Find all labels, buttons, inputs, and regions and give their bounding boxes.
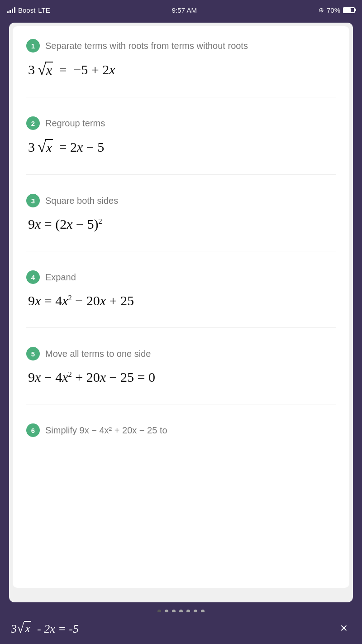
step-1: 1 Separate terms with roots from terms w… <box>26 39 336 78</box>
step-5-badge: 5 <box>26 347 40 360</box>
step-6-label: Simplify 9x − 4x² + 20x − 25 to <box>45 425 167 436</box>
step-1-header: 1 Separate terms with roots from terms w… <box>26 39 336 53</box>
step-4-header: 4 Expand <box>26 270 336 284</box>
step-3-badge: 3 <box>26 194 40 207</box>
time-label: 9:57 AM <box>172 6 197 14</box>
bottom-equation: 3 √ x - 2x = -5 <box>11 620 79 636</box>
step-2-math: 3 √ x = 2x − 5 <box>26 139 336 155</box>
step-1-label: Separate terms with roots from terms wit… <box>45 41 248 51</box>
step-5-label: Move all terms to one side <box>45 349 151 359</box>
step-4: 4 Expand 9x = 4x2 − 20x + 25 <box>26 270 336 308</box>
close-button[interactable]: × <box>337 617 351 639</box>
step-1-badge: 1 <box>26 39 40 53</box>
radical-x-2: √ x <box>38 139 53 155</box>
battery-percent: 70% <box>327 6 340 14</box>
signal-icon <box>7 7 15 13</box>
step-1-math: 3 √ x = −5 + 2x <box>26 62 336 78</box>
status-right: ⊕ 70% <box>319 6 355 14</box>
battery-icon <box>343 7 355 13</box>
step-4-badge: 4 <box>26 270 40 284</box>
status-bar: Boost LTE 9:57 AM ⊕ 70% <box>0 0 362 20</box>
step-4-math: 9x = 4x2 − 20x + 25 <box>26 293 336 308</box>
step-6-partial: 6 Simplify 9x − 4x² + 20x − 25 to <box>26 423 336 437</box>
location-icon: ⊕ <box>319 6 324 14</box>
step-3-header: 3 Square both sides <box>26 194 336 207</box>
status-left: Boost LTE <box>7 6 50 14</box>
solution-card: 1 Separate terms with roots from terms w… <box>13 26 349 588</box>
step-2-badge: 2 <box>26 116 40 130</box>
bottom-bar: 3 √ x - 2x = -5 × <box>0 612 362 644</box>
step-2-label: Regroup terms <box>45 118 105 129</box>
step-3: 3 Square both sides 9x = (2x − 5)2 <box>26 194 336 232</box>
step-3-math: 9x = (2x − 5)2 <box>26 216 336 232</box>
main-content: 1 Separate terms with roots from terms w… <box>9 23 353 602</box>
carrier-label: Boost <box>18 6 35 14</box>
step-2-header: 2 Regroup terms <box>26 116 336 130</box>
network-label: LTE <box>38 6 50 14</box>
step-6-badge: 6 <box>26 423 40 437</box>
step-3-label: Square both sides <box>45 196 118 206</box>
step-5-header: 5 Move all terms to one side <box>26 347 336 360</box>
step-5: 5 Move all terms to one side 9x − 4x2 + … <box>26 347 336 385</box>
step-2: 2 Regroup terms 3 √ x = 2x − 5 <box>26 116 336 155</box>
step-5-math: 9x − 4x2 + 20x − 25 = 0 <box>26 370 336 385</box>
step-4-label: Expand <box>45 272 76 283</box>
radical-x: √ x <box>38 62 53 78</box>
